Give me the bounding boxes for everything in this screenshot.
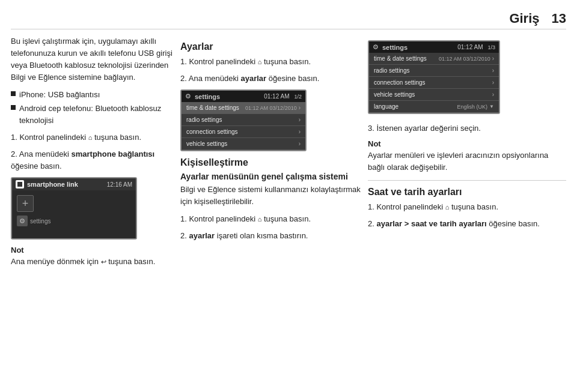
kisisel-step1: 1. Kontrol panelindeki ⌂ tuşuna basın. <box>180 213 361 225</box>
menu-item-radio[interactable]: radio settings › <box>182 114 305 126</box>
center-step1: 1. Kontrol panelindeki ⌂ tuşuna basın. <box>180 56 361 68</box>
col-center: Ayarlar 1. Kontrol panelindeki ⌂ tuşuna … <box>180 35 361 268</box>
bullet-android: Android cep telefonu: Bluetooth kablosuz… <box>11 103 173 127</box>
svg-point-1 <box>22 220 23 222</box>
settings-gear-icon-right: ⚙ <box>373 43 379 51</box>
saat-step2: 2. ayarlar > saat ve tarih ayarları öğes… <box>368 218 566 230</box>
kisisel-section: Kişiselleştirme Ayarlar menüsünün genel … <box>180 157 361 242</box>
chevron-icon: › <box>299 140 301 147</box>
screen-title-bar: ⚙ settings <box>185 92 220 100</box>
right-note: Not Ayarlar menüleri ve işlevleri aracın… <box>368 139 566 173</box>
settings-text: settings <box>30 218 50 225</box>
menu-item-connection-r[interactable]: connection settings › <box>369 77 499 89</box>
col-right: ⚙ settings 01:12 AM 1/3 time & date sett… <box>368 35 566 268</box>
screen-time-right: 01:12 AM <box>457 44 483 50</box>
left-step2: 2. Ana menüdeki smartphone bağlantısı öğ… <box>11 148 173 172</box>
saat-heading: Saat ve tarih ayarları <box>368 187 566 198</box>
chevron-icon: › <box>299 128 301 135</box>
back-icon: ↩ <box>101 257 106 267</box>
home-icon-center: ⌂ <box>258 57 262 67</box>
screen-title-right: settings <box>382 44 408 51</box>
smartphone-icon <box>16 180 24 188</box>
main-content: Bu işlevi çalıştırmak için, uygulamayı a… <box>11 35 566 268</box>
settings-icon <box>17 216 28 226</box>
page-title: Giriş <box>509 11 539 26</box>
home-icon-saat: ⌂ <box>445 202 450 213</box>
settings-screen-right-header: ⚙ settings 01:12 AM 1/3 <box>369 41 499 53</box>
screen-title: settings <box>195 93 220 100</box>
chevron-icon: › <box>492 91 494 98</box>
kisisel-step2: 2. ayarlar işareti olan kısma bastırın. <box>180 230 361 242</box>
saat-step1: 1. Kontrol panelindeki ⌂ tuşuna basın. <box>368 201 566 213</box>
settings-gear-icon: ⚙ <box>185 92 191 100</box>
smartphone-screen-body: + settings <box>12 190 136 238</box>
kisisel-desc: Bilgi ve Eğlence sistemi kullanmanızı ko… <box>180 184 361 208</box>
section-divider <box>368 180 566 181</box>
col-left: Bu işlevi çalıştırmak için, uygulamayı a… <box>11 35 173 268</box>
kisisel-heading: Kişiselleştirme <box>180 157 361 168</box>
home-icon: ⌂ <box>88 133 93 143</box>
menu-item-time[interactable]: time & date settings 01:12 AM 03/12/2010… <box>182 102 305 114</box>
left-note: Not Ana menüye dönmek için ↩ tuşuna bası… <box>11 246 173 268</box>
page-container: Giriş 13 Bu işlevi çalıştırmak için, uyg… <box>0 0 577 392</box>
smartphone-time: 12:16 AM <box>107 181 132 188</box>
settings-link[interactable]: settings <box>17 216 131 226</box>
bullet-square-icon <box>11 105 16 110</box>
screen-menu-right: time & date settings 01:12 AM 03/12/2010… <box>369 53 499 113</box>
smartphone-icon-inner <box>17 182 22 187</box>
smartphone-screen: smartphone link 12:16 AM + <box>11 177 137 240</box>
menu-item-vehicle[interactable]: vehicle settings › <box>182 138 305 150</box>
smartphone-title: smartphone link <box>27 181 78 188</box>
intro-text: Bu işlevi çalıştırmak için, uygulamayı a… <box>11 35 173 84</box>
left-note-text: Ana menüye dönmek için ↩ tuşuna basın. <box>11 256 173 268</box>
menu-item-time-r[interactable]: time & date settings 01:12 AM 03/12/2010… <box>369 53 499 65</box>
settings-screen-top: ⚙ settings 01:12 AM 1/2 time & date sett… <box>180 89 307 151</box>
menu-item-vehicle-r[interactable]: vehicle settings › <box>369 89 499 101</box>
screen-menu-top: time & date settings 01:12 AM 03/12/2010… <box>182 102 305 150</box>
screen-title-bar-right: ⚙ settings <box>373 43 408 51</box>
time-value: 01:12 AM 03/12/2010 › <box>245 104 301 111</box>
bullet-square-icon <box>11 91 16 96</box>
screen-time-top: 01:12 AM <box>264 93 289 100</box>
right-note-label: Not <box>368 139 566 148</box>
chevron-icon: › <box>492 79 494 86</box>
left-step1: 1. Kontrol panelindeki ⌂ tuşuna basın. <box>11 131 173 143</box>
language-value: English (UK) ▼ <box>457 104 494 110</box>
chevron-icon: › <box>299 116 301 123</box>
dropdown-arrow-icon: ▼ <box>489 104 494 109</box>
screen-page-right: 1/3 <box>487 44 495 50</box>
smartphone-screen-header: smartphone link 12:16 AM <box>12 178 136 190</box>
ayarlar-section: Ayarlar 1. Kontrol panelindeki ⌂ tuşuna … <box>180 41 361 151</box>
screen-page-top: 1/2 <box>294 94 302 100</box>
kisisel-sub-heading: Ayarlar menüsünün genel çalışma sistemi <box>180 172 361 181</box>
right-step3: 3. İstenen ayarlar değerini seçin. <box>368 122 566 134</box>
home-icon-kisisel: ⌂ <box>258 214 262 225</box>
time-value-r: 01:12 AM 03/12/2010 › <box>439 55 494 62</box>
menu-item-connection[interactable]: connection settings › <box>182 126 305 138</box>
bullets: iPhone: USB bağlantısı Android cep telef… <box>11 89 173 127</box>
settings-screen-right: ⚙ settings 01:12 AM 1/3 time & date sett… <box>368 40 500 114</box>
chevron-icon: › <box>492 55 494 62</box>
add-button[interactable]: + <box>17 195 34 212</box>
settings-screen-header: ⚙ settings 01:12 AM 1/2 <box>182 91 305 102</box>
ayarlar-heading: Ayarlar <box>180 41 361 52</box>
page-number: 13 <box>552 11 566 26</box>
sp-title-area: smartphone link <box>16 180 78 188</box>
chevron-icon: › <box>299 104 301 111</box>
bullet-iphone: iPhone: USB bağlantısı <box>11 89 173 101</box>
chevron-icon: › <box>492 67 494 74</box>
saat-section: Saat ve tarih ayarları 1. Kontrol paneli… <box>368 187 566 230</box>
page-header: Giriş 13 <box>11 11 566 29</box>
right-note-text: Ayarlar menüleri ve işlevleri aracınızın… <box>368 149 566 173</box>
menu-item-radio-r[interactable]: radio settings › <box>369 65 499 77</box>
menu-item-language-r[interactable]: language English (UK) ▼ <box>369 101 499 113</box>
center-step2: 2. Ana menüdeki ayarlar öğesine basın. <box>180 73 361 85</box>
